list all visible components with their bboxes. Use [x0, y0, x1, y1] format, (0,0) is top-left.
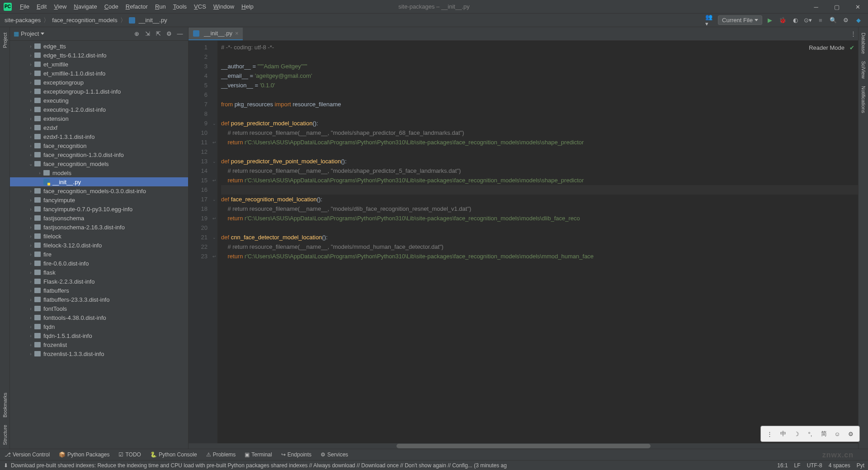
ime-emoji-icon[interactable]: ☺	[831, 428, 843, 440]
tree-item-frozenlist-1-3-3-dist-info[interactable]: ›frozenlist-1.3.3.dist-info	[10, 349, 188, 358]
chevron-right-icon[interactable]: ›	[27, 44, 34, 49]
ime-settings-icon[interactable]: ⚙	[845, 428, 857, 440]
tool-window-structure[interactable]: Structure	[1, 421, 9, 449]
menu-run[interactable]: Run	[151, 1, 170, 12]
tree-item-filelock-3-12-0-dist-info[interactable]: ›filelock-3.12.0.dist-info	[10, 241, 188, 250]
tree-item-fancyimpute[interactable]: ›fancyimpute	[10, 195, 188, 204]
close-button[interactable]: ✕	[847, 0, 868, 14]
tree-item-flask[interactable]: ›flask	[10, 268, 188, 277]
tree-item-executing-1-2-0-dist-info[interactable]: ›executing-1.2.0.dist-info	[10, 105, 188, 114]
tree-item-et-xmlfile-1-1-0-dist-info[interactable]: ›et_xmlfile-1.1.0.dist-info	[10, 69, 188, 78]
tree-item-fire-0-6-0-dist-info[interactable]: ›fire-0.6.0.dist-info	[10, 259, 188, 268]
bottom-tab-python-packages[interactable]: 📦Python Packages	[59, 451, 109, 458]
menu-help[interactable]: Help	[238, 1, 257, 12]
bottom-tab-problems[interactable]: ⚠Problems	[206, 451, 236, 458]
chevron-right-icon[interactable]: ›	[27, 125, 34, 130]
scrollbar-thumb[interactable]	[396, 444, 651, 448]
project-panel-title[interactable]: ▦ Project	[14, 30, 132, 37]
bottom-tab-python-console[interactable]: 🐍Python Console	[150, 451, 197, 458]
chevron-right-icon[interactable]: ›	[36, 171, 43, 176]
tree-item-fastjsonschema[interactable]: ›fastjsonschema	[10, 214, 188, 223]
bottom-tab-todo[interactable]: ☑TODO	[118, 451, 141, 458]
bottom-tab-services[interactable]: ⚙Services	[321, 451, 348, 458]
tree-item-fqdn-1-5-1-dist-info[interactable]: ›fqdn-1.5.1.dist-info	[10, 331, 188, 340]
tree-item-frozenlist[interactable]: ›frozenlist	[10, 340, 188, 349]
reader-mode-label[interactable]: Reader Mode	[809, 44, 844, 51]
tree-item-extension[interactable]: ›extension	[10, 114, 188, 123]
chevron-right-icon[interactable]: ›	[27, 324, 34, 329]
chevron-right-icon[interactable]: ›	[27, 306, 34, 311]
tool-window-database[interactable]: Database	[860, 29, 867, 57]
editor-tab-init[interactable]: __init__.py ×	[189, 28, 243, 40]
fold-icon[interactable]: ⌄	[211, 119, 217, 128]
tree-item-face-recognition-models-0-3-0-dist-info[interactable]: ›face_recognition_models-0.3.0.dist-info	[10, 186, 188, 195]
file-encoding[interactable]: UTF-8	[807, 462, 822, 469]
chevron-right-icon[interactable]: ›	[27, 279, 34, 284]
tab-list-icon[interactable]: ⋮	[848, 29, 858, 39]
coverage-button[interactable]: ◐	[790, 15, 800, 25]
line-separator[interactable]: LF	[794, 462, 801, 469]
tree-item-face-recognition-models[interactable]: ⌄face_recognition_models	[10, 159, 188, 168]
hide-panel-icon[interactable]: —	[175, 29, 184, 38]
fold-icon[interactable]: ⌄	[211, 195, 217, 204]
tree-item-flatbuffers-23-3-3-dist-info[interactable]: ›flatbuffers-23.3.3.dist-info	[10, 295, 188, 304]
chevron-right-icon[interactable]: ›	[27, 261, 34, 266]
fold-icon[interactable]: ⌄	[211, 157, 217, 166]
debug-button[interactable]: 🐞	[778, 15, 788, 25]
tree-item-face-recognition[interactable]: ›face_recognition	[10, 141, 188, 150]
tree-item-exceptiongroup-1-1-1-dist-info[interactable]: ›exceptiongroup-1.1.1.dist-info	[10, 87, 188, 96]
chevron-right-icon[interactable]: ›	[27, 234, 34, 239]
tree-item-fastjsonschema-2-16-3-dist-info[interactable]: ›fastjsonschema-2.16.3.dist-info	[10, 223, 188, 232]
menu-vcs[interactable]: VCS	[190, 1, 210, 12]
tree-item-fancyimpute-0-7-0-py3-10-egg-info[interactable]: ›fancyimpute-0.7.0-py3.10.egg-info	[10, 204, 188, 214]
chevron-right-icon[interactable]: ›	[27, 152, 34, 157]
chevron-right-icon[interactable]: ›	[27, 107, 34, 112]
code-with-me-icon[interactable]: 👥▾	[705, 15, 715, 25]
chevron-right-icon[interactable]: ›	[27, 116, 34, 121]
tree-item-ezdxf-1-3-1-dist-info[interactable]: ›ezdxf-1.3.1.dist-info	[10, 132, 188, 141]
settings-icon[interactable]: ⚙	[165, 29, 174, 38]
chevron-right-icon[interactable]: ›	[27, 333, 34, 338]
chevron-right-icon[interactable]: ›	[27, 342, 34, 347]
menu-window[interactable]: Window	[210, 1, 238, 12]
tree-item---init---py[interactable]: __init__.py	[10, 177, 188, 186]
ide-help-icon[interactable]: ◆	[854, 15, 863, 25]
cursor-position[interactable]: 16:1	[777, 462, 788, 469]
menu-navigate[interactable]: Navigate	[70, 1, 100, 12]
chevron-right-icon[interactable]: ›	[27, 143, 34, 148]
select-opened-file-icon[interactable]: ⊕	[132, 29, 141, 38]
chevron-right-icon[interactable]: ›	[27, 297, 34, 302]
tree-item-executing[interactable]: ›executing	[10, 96, 188, 105]
chevron-right-icon[interactable]: ›	[27, 315, 34, 320]
menu-file[interactable]: File	[16, 1, 33, 12]
chevron-right-icon[interactable]: ›	[27, 189, 34, 194]
chevron-right-icon[interactable]: ›	[27, 243, 34, 248]
chevron-right-icon[interactable]: ›	[27, 53, 34, 58]
tree-item-flatbuffers[interactable]: ›flatbuffers	[10, 286, 188, 295]
tree-item-models[interactable]: ›models	[10, 168, 188, 177]
crumb-0[interactable]: site-packages	[5, 17, 41, 24]
chevron-right-icon[interactable]: ›	[27, 225, 34, 230]
crumb-1[interactable]: face_recognition_models	[52, 17, 118, 24]
crumb-2[interactable]: __init__.py	[139, 17, 167, 24]
menu-tools[interactable]: Tools	[170, 1, 190, 12]
tree-item-fonttools[interactable]: ›fontTools	[10, 304, 188, 313]
tool-window-notifications[interactable]: Notifications	[860, 82, 867, 117]
chevron-right-icon[interactable]: ›	[27, 288, 34, 293]
chevron-right-icon[interactable]: ›	[27, 198, 34, 203]
chevron-right-icon[interactable]: ›	[27, 89, 34, 94]
tool-window-sciview[interactable]: SciView	[860, 57, 867, 82]
code-editor[interactable]: # -*- coding: utf-8 -*- __author__ = """…	[217, 41, 858, 443]
bottom-tab-terminal[interactable]: ▣Terminal	[245, 451, 272, 458]
chevron-right-icon[interactable]: ›	[27, 98, 34, 103]
fold-icon[interactable]: ⌄	[211, 233, 217, 242]
profile-button[interactable]: ⊙▾	[803, 15, 813, 25]
indent-setting[interactable]: 4 spaces	[829, 462, 850, 469]
bottom-tab-endpoints[interactable]: ↪Endpoints	[281, 451, 311, 458]
chevron-right-icon[interactable]: ›	[27, 252, 34, 257]
ime-punct-icon[interactable]: °,	[804, 428, 816, 440]
menu-refactor[interactable]: Refactor	[122, 1, 151, 12]
scrollbar-track[interactable]	[396, 443, 858, 449]
tree-item-filelock[interactable]: ›filelock	[10, 232, 188, 241]
collapse-all-icon[interactable]: ⇱	[154, 29, 163, 38]
